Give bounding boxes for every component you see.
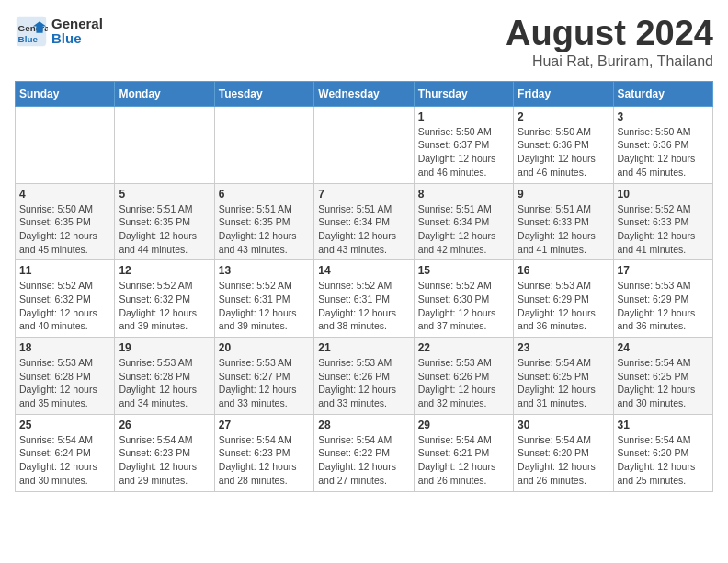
day-number: 30 xyxy=(518,419,609,431)
calendar-day-cell: 13Sunrise: 5:52 AM Sunset: 6:31 PM Dayli… xyxy=(214,260,313,338)
day-number: 20 xyxy=(219,341,310,354)
day-number: 24 xyxy=(618,341,709,354)
calendar-day-cell: 8Sunrise: 5:51 AM Sunset: 6:34 PM Daylig… xyxy=(414,183,513,260)
day-number: 10 xyxy=(618,188,709,201)
calendar-day-cell: 29Sunrise: 5:54 AM Sunset: 6:21 PM Dayli… xyxy=(414,414,513,491)
calendar-day-cell: 12Sunrise: 5:52 AM Sunset: 6:32 PM Dayli… xyxy=(115,260,214,338)
day-number: 28 xyxy=(318,419,409,431)
day-number: 15 xyxy=(418,264,509,277)
calendar-day-cell: 30Sunrise: 5:54 AM Sunset: 6:20 PM Dayli… xyxy=(514,414,613,491)
day-info: Sunrise: 5:52 AM Sunset: 6:32 PM Dayligh… xyxy=(119,279,210,333)
subtitle: Huai Rat, Buriram, Thailand xyxy=(506,53,713,70)
day-number: 18 xyxy=(19,341,110,354)
day-info: Sunrise: 5:54 AM Sunset: 6:23 PM Dayligh… xyxy=(219,433,310,488)
day-info: Sunrise: 5:52 AM Sunset: 6:31 PM Dayligh… xyxy=(318,279,409,333)
day-number: 7 xyxy=(318,188,409,201)
day-of-week-header: Thursday xyxy=(414,81,513,106)
calendar-day-cell: 6Sunrise: 5:51 AM Sunset: 6:35 PM Daylig… xyxy=(214,183,313,260)
logo-line1: General xyxy=(51,17,103,32)
day-number: 25 xyxy=(19,419,110,431)
day-number: 26 xyxy=(119,419,210,431)
day-number: 11 xyxy=(19,264,110,277)
day-info: Sunrise: 5:54 AM Sunset: 6:25 PM Dayligh… xyxy=(618,356,709,410)
day-number: 2 xyxy=(518,110,609,123)
calendar-week-row: 1Sunrise: 5:50 AM Sunset: 6:37 PM Daylig… xyxy=(16,106,713,183)
day-info: Sunrise: 5:54 AM Sunset: 6:20 PM Dayligh… xyxy=(518,433,609,488)
day-number: 17 xyxy=(618,264,709,277)
day-number: 31 xyxy=(618,419,709,431)
day-info: Sunrise: 5:54 AM Sunset: 6:23 PM Dayligh… xyxy=(119,433,210,488)
calendar-day-cell: 21Sunrise: 5:53 AM Sunset: 6:26 PM Dayli… xyxy=(314,338,414,415)
day-info: Sunrise: 5:51 AM Sunset: 6:34 PM Dayligh… xyxy=(318,202,409,257)
day-info: Sunrise: 5:50 AM Sunset: 6:37 PM Dayligh… xyxy=(418,125,509,179)
header: General Blue General Blue August 2024 Hu… xyxy=(15,15,713,70)
calendar-header-row: SundayMondayTuesdayWednesdayThursdayFrid… xyxy=(16,81,713,106)
calendar-day-cell: 18Sunrise: 5:53 AM Sunset: 6:28 PM Dayli… xyxy=(16,338,115,415)
day-info: Sunrise: 5:52 AM Sunset: 6:33 PM Dayligh… xyxy=(618,202,709,257)
svg-text:Blue: Blue xyxy=(18,34,39,44)
day-of-week-header: Monday xyxy=(115,81,214,106)
day-number: 3 xyxy=(618,110,709,123)
day-info: Sunrise: 5:51 AM Sunset: 6:35 PM Dayligh… xyxy=(219,202,310,257)
day-number: 23 xyxy=(518,341,609,354)
calendar-week-row: 18Sunrise: 5:53 AM Sunset: 6:28 PM Dayli… xyxy=(16,338,713,415)
day-info: Sunrise: 5:53 AM Sunset: 6:28 PM Dayligh… xyxy=(19,356,110,410)
day-number: 6 xyxy=(219,188,310,201)
logo: General Blue General Blue xyxy=(15,15,103,48)
calendar-week-row: 4Sunrise: 5:50 AM Sunset: 6:35 PM Daylig… xyxy=(16,183,713,260)
day-info: Sunrise: 5:52 AM Sunset: 6:32 PM Dayligh… xyxy=(19,279,110,333)
calendar-day-cell: 2Sunrise: 5:50 AM Sunset: 6:36 PM Daylig… xyxy=(514,106,613,183)
calendar-day-cell: 26Sunrise: 5:54 AM Sunset: 6:23 PM Dayli… xyxy=(115,414,214,491)
calendar-day-cell: 23Sunrise: 5:54 AM Sunset: 6:25 PM Dayli… xyxy=(514,338,613,415)
day-info: Sunrise: 5:54 AM Sunset: 6:24 PM Dayligh… xyxy=(19,433,110,488)
calendar-day-cell: 4Sunrise: 5:50 AM Sunset: 6:35 PM Daylig… xyxy=(16,183,115,260)
day-number: 5 xyxy=(119,188,210,201)
calendar-table: SundayMondayTuesdayWednesdayThursdayFrid… xyxy=(15,81,713,492)
day-number: 12 xyxy=(119,264,210,277)
title-area: August 2024 Huai Rat, Buriram, Thailand xyxy=(506,15,713,70)
calendar-day-cell xyxy=(314,106,414,183)
day-number: 16 xyxy=(518,264,609,277)
calendar-day-cell: 15Sunrise: 5:52 AM Sunset: 6:30 PM Dayli… xyxy=(414,260,513,338)
day-number: 13 xyxy=(219,264,310,277)
day-info: Sunrise: 5:50 AM Sunset: 6:35 PM Dayligh… xyxy=(19,202,110,257)
day-number: 1 xyxy=(418,110,509,123)
day-info: Sunrise: 5:50 AM Sunset: 6:36 PM Dayligh… xyxy=(618,125,709,179)
day-info: Sunrise: 5:51 AM Sunset: 6:34 PM Dayligh… xyxy=(418,202,509,257)
day-number: 4 xyxy=(19,188,110,201)
day-info: Sunrise: 5:54 AM Sunset: 6:22 PM Dayligh… xyxy=(318,433,409,488)
day-info: Sunrise: 5:53 AM Sunset: 6:29 PM Dayligh… xyxy=(618,279,709,333)
calendar-day-cell: 28Sunrise: 5:54 AM Sunset: 6:22 PM Dayli… xyxy=(314,414,414,491)
day-info: Sunrise: 5:53 AM Sunset: 6:27 PM Dayligh… xyxy=(219,356,310,410)
day-of-week-header: Sunday xyxy=(16,81,115,106)
calendar-day-cell: 14Sunrise: 5:52 AM Sunset: 6:31 PM Dayli… xyxy=(314,260,414,338)
day-of-week-header: Friday xyxy=(514,81,613,106)
calendar-day-cell: 25Sunrise: 5:54 AM Sunset: 6:24 PM Dayli… xyxy=(16,414,115,491)
day-number: 21 xyxy=(318,341,409,354)
calendar-day-cell: 9Sunrise: 5:51 AM Sunset: 6:33 PM Daylig… xyxy=(514,183,613,260)
day-info: Sunrise: 5:53 AM Sunset: 6:29 PM Dayligh… xyxy=(518,279,609,333)
day-info: Sunrise: 5:53 AM Sunset: 6:26 PM Dayligh… xyxy=(418,356,509,410)
day-info: Sunrise: 5:53 AM Sunset: 6:26 PM Dayligh… xyxy=(318,356,409,410)
calendar-day-cell: 22Sunrise: 5:53 AM Sunset: 6:26 PM Dayli… xyxy=(414,338,513,415)
day-info: Sunrise: 5:51 AM Sunset: 6:33 PM Dayligh… xyxy=(518,202,609,257)
calendar-day-cell: 10Sunrise: 5:52 AM Sunset: 6:33 PM Dayli… xyxy=(613,183,712,260)
day-info: Sunrise: 5:54 AM Sunset: 6:25 PM Dayligh… xyxy=(518,356,609,410)
main-title: August 2024 xyxy=(506,15,713,53)
logo-icon: General Blue xyxy=(15,15,48,48)
day-info: Sunrise: 5:52 AM Sunset: 6:31 PM Dayligh… xyxy=(219,279,310,333)
calendar-day-cell: 20Sunrise: 5:53 AM Sunset: 6:27 PM Dayli… xyxy=(214,338,313,415)
day-number: 8 xyxy=(418,188,509,201)
day-of-week-header: Tuesday xyxy=(214,81,313,106)
calendar-day-cell: 3Sunrise: 5:50 AM Sunset: 6:36 PM Daylig… xyxy=(613,106,712,183)
calendar-day-cell: 7Sunrise: 5:51 AM Sunset: 6:34 PM Daylig… xyxy=(314,183,414,260)
calendar-week-row: 25Sunrise: 5:54 AM Sunset: 6:24 PM Dayli… xyxy=(16,414,713,491)
day-number: 14 xyxy=(318,264,409,277)
calendar-day-cell: 5Sunrise: 5:51 AM Sunset: 6:35 PM Daylig… xyxy=(115,183,214,260)
day-number: 29 xyxy=(418,419,509,431)
calendar-day-cell: 16Sunrise: 5:53 AM Sunset: 6:29 PM Dayli… xyxy=(514,260,613,338)
calendar-day-cell: 31Sunrise: 5:54 AM Sunset: 6:20 PM Dayli… xyxy=(613,414,712,491)
day-info: Sunrise: 5:50 AM Sunset: 6:36 PM Dayligh… xyxy=(518,125,609,179)
calendar-day-cell: 19Sunrise: 5:53 AM Sunset: 6:28 PM Dayli… xyxy=(115,338,214,415)
calendar-day-cell: 24Sunrise: 5:54 AM Sunset: 6:25 PM Dayli… xyxy=(613,338,712,415)
